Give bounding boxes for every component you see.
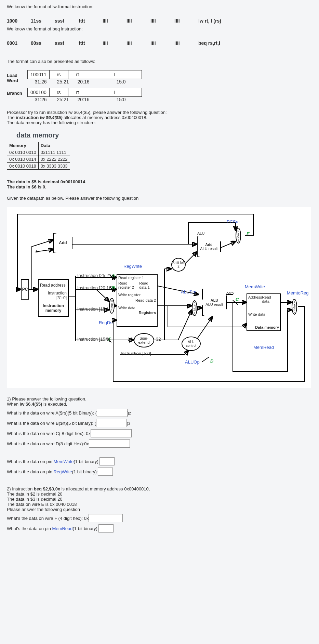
shift-left-2: Shift left 2 xyxy=(171,258,186,272)
sign-extend: Sign-extend xyxy=(134,333,154,347)
divider xyxy=(7,482,212,482)
zero-label: Zero xyxy=(226,291,234,295)
mux-memtoreg: 1Mux0 xyxy=(292,299,297,315)
pc-block: PC xyxy=(21,279,29,300)
beq-format-row: 000100ssssstttttiiiiiiiiiiiiiiiibeq rs,r… xyxy=(7,38,312,49)
input-wire-c[interactable] xyxy=(91,429,132,437)
lbl-i2521: Instruction [25:21] xyxy=(77,273,112,278)
regwrite-label: RegWrite xyxy=(123,264,142,269)
input-regwrite[interactable] xyxy=(98,468,113,476)
question-2: 2) Instruction beq $2,$3,0x is allocated… xyxy=(7,486,312,533)
lbl-i1511: Instruction [15:11] xyxy=(77,306,112,312)
instruction-memory: Read address Instruction [31:0] Instruct… xyxy=(38,279,69,317)
memread-label: MemRead xyxy=(253,345,274,350)
alu-control: ALU control xyxy=(182,337,201,351)
alu-add-prefix: ALU xyxy=(197,231,204,235)
input-wire-d[interactable] xyxy=(89,439,130,448)
mux-alusrc: 0Mux1 xyxy=(192,300,197,316)
input-memwrite[interactable] xyxy=(99,457,115,465)
pcsrc-label: PCSrc xyxy=(227,219,240,224)
input-wire-a[interactable] xyxy=(97,409,128,417)
svg-line-19 xyxy=(36,249,53,252)
registers-block: Read register 1 Read register 2Read data… xyxy=(117,274,158,327)
data-memory-table: MemoryData 0x 0010 00100x1111 1111 0x 00… xyxy=(7,142,70,170)
marker-d: D xyxy=(210,358,213,364)
lbl-i50: Instruction [5:0] xyxy=(121,351,151,356)
lbl-i2016: Instruction [20:16] xyxy=(77,285,112,290)
question-1: 1) Please answer the following question.… xyxy=(7,396,312,476)
input-memread[interactable] xyxy=(98,524,114,533)
data-memory-title: data memory xyxy=(16,131,312,139)
lbl-32: 32 xyxy=(156,337,161,342)
marker-a: A xyxy=(112,273,115,278)
lw-format-row: 100011ssssstttttIIIIIIIIIIIIIIIIlw rt, I… xyxy=(7,15,312,26)
given-block: The data in $5 is decimal 0x00100014. Th… xyxy=(7,179,312,201)
mux-regdst: 0Mux1 xyxy=(109,298,115,314)
marker-c: C xyxy=(236,297,239,302)
memwrite-label: MemWrite xyxy=(245,284,265,289)
marker-f: F xyxy=(108,337,111,342)
beq-format-header: We know the format of beq instruction: xyxy=(7,26,312,31)
processor-intro: Processor try to run instruction lw $6,4… xyxy=(7,110,312,125)
lw-format-header: We know the format of lw-format instruct… xyxy=(7,4,312,9)
data-memory-block: AddressRead data Write data Data memory xyxy=(247,293,281,331)
svg-line-13 xyxy=(185,252,197,264)
memtoreg-label: MemtoReg xyxy=(287,290,309,295)
four-label: 4 xyxy=(35,249,38,254)
regdst-label: RegDst xyxy=(99,320,114,325)
svg-line-21 xyxy=(221,241,236,248)
branch-format: Branch 000100rsrtI 31:2625:2120:1615:0 xyxy=(7,88,312,102)
svg-line-24 xyxy=(202,357,209,362)
svg-line-5 xyxy=(96,289,109,301)
marker-b: B xyxy=(112,285,115,290)
lbl-i150: Instruction [15:0] xyxy=(77,337,110,342)
input-wire-b[interactable] xyxy=(96,419,127,427)
aluop-label: ALUOp xyxy=(185,359,200,365)
format-presented-header: The format can also be presented as foll… xyxy=(7,59,312,64)
svg-line-10 xyxy=(178,310,192,340)
alusrc-label: ALUSrc xyxy=(181,289,196,294)
datapath-diagram: PC Add 4 Read address Instruction [31:0]… xyxy=(7,207,311,388)
input-wire-f[interactable] xyxy=(89,514,123,522)
load-word-format: Load Word 100011rsrtI 31:2625:2120:1615:… xyxy=(7,70,312,84)
mux-pcsrc: 0Mux1 xyxy=(236,228,241,244)
marker-e: E xyxy=(247,231,250,236)
lbl-16: 16 xyxy=(128,337,132,342)
